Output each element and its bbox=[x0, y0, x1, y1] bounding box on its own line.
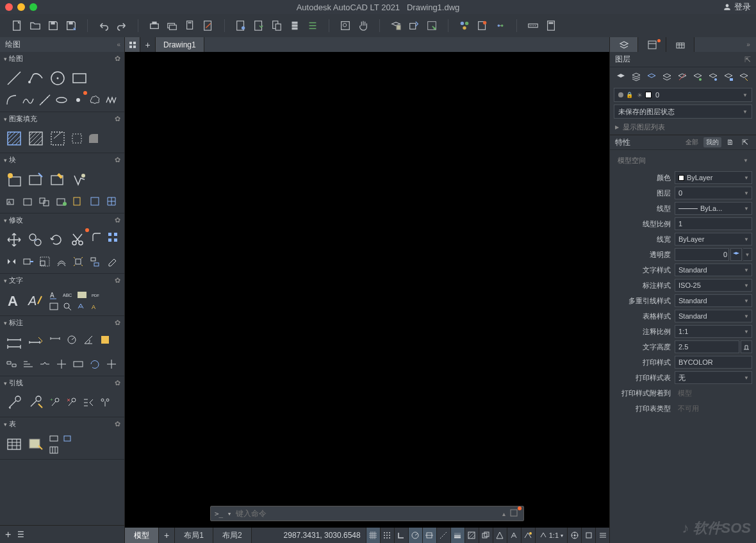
insert-block-icon[interactable] bbox=[4, 169, 24, 190]
block-attr2-icon[interactable] bbox=[21, 194, 36, 209]
prop-tablestyle-dropdown[interactable]: Standard▼ bbox=[675, 310, 752, 322]
layout-tab-add-icon[interactable]: + bbox=[159, 528, 175, 543]
units-icon[interactable] bbox=[581, 528, 595, 543]
gear-icon[interactable]: ✿ bbox=[115, 276, 120, 285]
spline-tool-icon[interactable] bbox=[21, 92, 36, 108]
layout-tab-2[interactable]: 布局2 bbox=[213, 528, 252, 543]
prop-dimstyle-dropdown[interactable]: ISO-25▼ bbox=[675, 279, 752, 292]
block-attr5-icon[interactable] bbox=[70, 194, 86, 209]
region-icon[interactable] bbox=[86, 131, 101, 146]
dim-ordinate-icon[interactable] bbox=[97, 332, 113, 347]
otrack-mode-icon[interactable] bbox=[436, 528, 450, 543]
layer-freeze-icon[interactable] bbox=[661, 71, 673, 83]
dim-tolerance-icon[interactable] bbox=[70, 356, 86, 372]
gear-icon[interactable]: ✿ bbox=[115, 319, 120, 327]
save-icon[interactable] bbox=[47, 20, 59, 31]
open-icon[interactable] bbox=[29, 20, 41, 31]
mleader-remove-icon[interactable] bbox=[64, 395, 79, 410]
insert-block-icon[interactable] bbox=[408, 20, 420, 31]
move-tool-icon[interactable] bbox=[4, 230, 24, 250]
mtext-tool-icon[interactable]: A bbox=[4, 290, 24, 311]
collapse-panel-icon[interactable]: « bbox=[117, 41, 120, 48]
dim-continue-icon[interactable] bbox=[4, 356, 19, 372]
props-my-button[interactable]: 我的 bbox=[703, 137, 721, 147]
autoscale-icon[interactable] bbox=[521, 528, 535, 543]
prop-plotstyle-display[interactable]: BYCOLOR bbox=[675, 356, 752, 369]
grid-view-icon[interactable] bbox=[125, 37, 140, 52]
drawing-canvas[interactable]: >_ ▾ ▴ bbox=[125, 52, 609, 528]
table-style-icon[interactable] bbox=[26, 434, 46, 455]
create-block-icon[interactable] bbox=[26, 169, 46, 190]
align-tool-icon[interactable] bbox=[87, 254, 103, 269]
measure-icon[interactable] bbox=[527, 20, 539, 31]
annotation-visibility-icon[interactable] bbox=[507, 528, 521, 543]
mleader-style-icon[interactable] bbox=[26, 392, 46, 413]
close-window-icon[interactable] bbox=[5, 3, 13, 11]
hatch-tool-icon[interactable] bbox=[4, 128, 24, 149]
erase-tool-icon[interactable] bbox=[104, 254, 119, 269]
design-center-icon[interactable] bbox=[426, 20, 438, 31]
text-a-icon[interactable]: A bbox=[47, 290, 60, 300]
panel-popout-icon[interactable]: ⇱ bbox=[744, 55, 751, 64]
table-extract-icon[interactable] bbox=[47, 445, 60, 455]
prop-textstyle-dropdown[interactable]: Standard▼ bbox=[675, 263, 752, 276]
dim-center-icon[interactable] bbox=[54, 356, 69, 372]
dim-linear-icon[interactable] bbox=[4, 332, 24, 353]
paste-icon[interactable] bbox=[271, 20, 283, 31]
text-abc-icon[interactable]: ABC bbox=[62, 290, 74, 300]
text-spell-icon[interactable] bbox=[76, 301, 88, 312]
rectangle-tool-icon[interactable] bbox=[69, 68, 90, 88]
current-layer-dropdown[interactable]: 🔒☀0▼ bbox=[614, 88, 752, 102]
prop-ltscale-input[interactable]: 1 bbox=[675, 217, 752, 230]
annotation-scale[interactable]: 1:1▾ bbox=[535, 528, 567, 543]
layer-states-icon[interactable] bbox=[630, 71, 642, 83]
dim-angular-icon[interactable] bbox=[81, 332, 96, 347]
layout-tab-1[interactable]: 布局1 bbox=[175, 528, 213, 543]
file-tab[interactable]: Drawing1 bbox=[156, 37, 204, 52]
offset-tool-icon[interactable] bbox=[54, 254, 69, 269]
dim-style-icon[interactable] bbox=[26, 332, 46, 353]
expand-panel-icon[interactable]: » bbox=[741, 37, 756, 52]
transparency-mode-icon[interactable] bbox=[464, 528, 479, 543]
show-layer-list[interactable]: ▶显示图层列表 bbox=[610, 120, 756, 135]
add-tool-icon[interactable]: + bbox=[5, 529, 11, 540]
section-modify-header[interactable]: ▾修改✿ bbox=[0, 213, 124, 227]
text-style-icon[interactable]: A bbox=[26, 290, 46, 311]
text-pdf-icon[interactable]: PDF bbox=[90, 290, 103, 300]
copy-icon[interactable] bbox=[253, 20, 265, 31]
calculator-icon[interactable] bbox=[545, 20, 557, 31]
gear-icon[interactable]: ✿ bbox=[115, 115, 120, 123]
section-block-header[interactable]: ▾块✿ bbox=[0, 153, 124, 167]
redo-icon[interactable] bbox=[116, 20, 127, 31]
section-draw-header[interactable]: ▾绘图✿ bbox=[0, 52, 124, 65]
layers-tab-icon[interactable] bbox=[610, 37, 638, 52]
prop-transp-arrow-icon[interactable]: ▼ bbox=[743, 248, 752, 261]
explode-tool-icon[interactable] bbox=[70, 254, 86, 269]
gear-icon[interactable]: ✿ bbox=[115, 156, 120, 164]
customization-icon[interactable] bbox=[595, 528, 609, 543]
plot-preview-icon[interactable] bbox=[202, 20, 214, 31]
prop-textheight-pick-icon[interactable] bbox=[741, 340, 752, 353]
lweight-mode-icon[interactable] bbox=[450, 528, 464, 543]
mleader-add-icon[interactable]: + bbox=[47, 395, 63, 410]
hatch-edit-icon[interactable] bbox=[47, 128, 68, 149]
prop-mleaderstyle-dropdown[interactable]: Standard▼ bbox=[675, 294, 752, 307]
table-tool-icon[interactable] bbox=[4, 434, 24, 455]
gear-icon[interactable]: ✿ bbox=[115, 54, 120, 63]
section-hatch-header[interactable]: ▾图案填充✿ bbox=[0, 112, 124, 126]
command-history-icon[interactable]: ▴ bbox=[502, 510, 505, 517]
blocks-tab-icon[interactable] bbox=[666, 37, 694, 52]
layer-off-icon[interactable] bbox=[677, 71, 688, 83]
mirror-tool-icon[interactable] bbox=[4, 254, 19, 269]
scale-tool-icon[interactable] bbox=[37, 254, 53, 269]
login-button[interactable]: 登录 bbox=[723, 1, 751, 13]
circle-tool-icon[interactable] bbox=[47, 68, 68, 88]
text-box-icon[interactable] bbox=[47, 301, 60, 312]
gear-icon[interactable]: ✿ bbox=[115, 420, 120, 428]
gear-icon[interactable]: ✿ bbox=[115, 379, 120, 387]
undo-icon[interactable] bbox=[98, 20, 110, 31]
gradient-tool-icon[interactable] bbox=[26, 128, 46, 149]
section-text-header[interactable]: ▾文字✿ bbox=[0, 274, 124, 287]
line-tool-icon[interactable] bbox=[4, 68, 24, 88]
parametric-icon[interactable] bbox=[495, 20, 506, 31]
